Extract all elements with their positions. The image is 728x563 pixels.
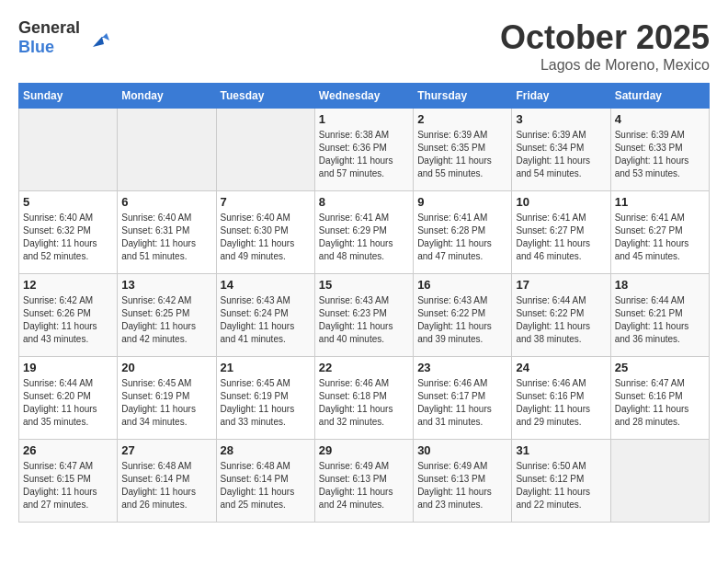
calendar-cell	[216, 109, 314, 191]
title-block: October 2025 Lagos de Moreno, Mexico	[500, 18, 710, 74]
day-number: 28	[221, 443, 311, 457]
calendar-cell: 8Sunrise: 6:41 AM Sunset: 6:29 PM Daylig…	[314, 191, 413, 274]
cell-info: Sunrise: 6:48 AM Sunset: 6:14 PM Dayligh…	[121, 460, 211, 511]
day-number: 11	[615, 195, 705, 209]
calendar-cell: 19Sunrise: 6:44 AM Sunset: 6:20 PM Dayli…	[19, 357, 118, 440]
calendar-cell: 3Sunrise: 6:39 AM Sunset: 6:34 PM Daylig…	[512, 109, 610, 191]
month-title: October 2025	[500, 18, 710, 57]
calendar-cell: 16Sunrise: 6:43 AM Sunset: 6:22 PM Dayli…	[414, 274, 512, 357]
header-day-friday: Friday	[512, 84, 610, 109]
calendar-cell: 31Sunrise: 6:50 AM Sunset: 6:12 PM Dayli…	[512, 440, 610, 523]
cell-info: Sunrise: 6:47 AM Sunset: 6:15 PM Dayligh…	[23, 460, 113, 511]
calendar-cell: 20Sunrise: 6:45 AM Sunset: 6:19 PM Dayli…	[118, 357, 216, 440]
header-day-thursday: Thursday	[414, 84, 512, 109]
calendar-cell: 1Sunrise: 6:38 AM Sunset: 6:36 PM Daylig…	[314, 109, 413, 191]
calendar-body: 1Sunrise: 6:38 AM Sunset: 6:36 PM Daylig…	[19, 109, 710, 523]
cell-info: Sunrise: 6:40 AM Sunset: 6:31 PM Dayligh…	[121, 212, 211, 263]
day-number: 31	[516, 443, 606, 457]
day-number: 18	[615, 278, 705, 292]
calendar-cell: 4Sunrise: 6:39 AM Sunset: 6:33 PM Daylig…	[610, 109, 709, 191]
day-number: 12	[23, 278, 113, 292]
day-number: 14	[221, 278, 311, 292]
calendar-cell: 6Sunrise: 6:40 AM Sunset: 6:31 PM Daylig…	[118, 191, 216, 274]
calendar-cell	[118, 109, 216, 191]
day-number: 3	[516, 112, 606, 126]
calendar-cell	[19, 109, 118, 191]
calendar-cell: 17Sunrise: 6:44 AM Sunset: 6:22 PM Dayli…	[512, 274, 610, 357]
day-number: 9	[417, 195, 507, 209]
cell-info: Sunrise: 6:42 AM Sunset: 6:26 PM Dayligh…	[23, 294, 113, 346]
calendar-header: SundayMondayTuesdayWednesdayThursdayFrid…	[19, 84, 710, 109]
cell-info: Sunrise: 6:44 AM Sunset: 6:21 PM Dayligh…	[615, 294, 705, 346]
cell-info: Sunrise: 6:42 AM Sunset: 6:25 PM Dayligh…	[121, 294, 211, 346]
location-subtitle: Lagos de Moreno, Mexico	[500, 57, 710, 74]
day-number: 29	[319, 443, 409, 457]
day-number: 21	[221, 361, 311, 374]
cell-info: Sunrise: 6:49 AM Sunset: 6:13 PM Dayligh…	[417, 460, 507, 511]
calendar-cell: 13Sunrise: 6:42 AM Sunset: 6:25 PM Dayli…	[118, 274, 216, 357]
calendar-cell: 23Sunrise: 6:46 AM Sunset: 6:17 PM Dayli…	[414, 357, 512, 440]
calendar-cell: 14Sunrise: 6:43 AM Sunset: 6:24 PM Dayli…	[216, 274, 314, 357]
day-number: 24	[516, 361, 606, 374]
calendar-cell: 10Sunrise: 6:41 AM Sunset: 6:27 PM Dayli…	[512, 191, 610, 274]
calendar-week-5: 26Sunrise: 6:47 AM Sunset: 6:15 PM Dayli…	[19, 440, 710, 523]
cell-info: Sunrise: 6:46 AM Sunset: 6:18 PM Dayligh…	[319, 377, 409, 429]
calendar-cell: 2Sunrise: 6:39 AM Sunset: 6:35 PM Daylig…	[414, 109, 512, 191]
cell-info: Sunrise: 6:38 AM Sunset: 6:36 PM Dayligh…	[319, 129, 409, 180]
cell-info: Sunrise: 6:39 AM Sunset: 6:35 PM Dayligh…	[417, 129, 507, 180]
header-day-monday: Monday	[118, 84, 216, 109]
logo-general: General	[18, 18, 80, 37]
logo-text: General Blue	[18, 18, 80, 57]
calendar-cell: 27Sunrise: 6:48 AM Sunset: 6:14 PM Dayli…	[118, 440, 216, 523]
day-number: 19	[23, 361, 113, 374]
calendar-cell: 12Sunrise: 6:42 AM Sunset: 6:26 PM Dayli…	[19, 274, 118, 357]
logo-blue: Blue	[18, 38, 54, 56]
cell-info: Sunrise: 6:46 AM Sunset: 6:16 PM Dayligh…	[516, 377, 606, 429]
calendar-cell: 5Sunrise: 6:40 AM Sunset: 6:32 PM Daylig…	[19, 191, 118, 274]
logo-icon	[84, 24, 111, 52]
calendar-week-3: 12Sunrise: 6:42 AM Sunset: 6:26 PM Dayli…	[19, 274, 710, 357]
calendar-week-2: 5Sunrise: 6:40 AM Sunset: 6:32 PM Daylig…	[19, 191, 710, 274]
calendar-cell: 24Sunrise: 6:46 AM Sunset: 6:16 PM Dayli…	[512, 357, 610, 440]
cell-info: Sunrise: 6:41 AM Sunset: 6:27 PM Dayligh…	[615, 212, 705, 263]
svg-marker-1	[93, 37, 104, 47]
header-day-tuesday: Tuesday	[216, 84, 314, 109]
cell-info: Sunrise: 6:43 AM Sunset: 6:22 PM Dayligh…	[417, 294, 507, 346]
day-number: 8	[319, 195, 409, 209]
day-number: 17	[516, 278, 606, 292]
day-number: 5	[23, 195, 113, 209]
calendar-week-1: 1Sunrise: 6:38 AM Sunset: 6:36 PM Daylig…	[19, 109, 710, 191]
calendar-cell: 7Sunrise: 6:40 AM Sunset: 6:30 PM Daylig…	[216, 191, 314, 274]
cell-info: Sunrise: 6:49 AM Sunset: 6:13 PM Dayligh…	[319, 460, 409, 511]
day-number: 2	[417, 112, 507, 126]
calendar-week-4: 19Sunrise: 6:44 AM Sunset: 6:20 PM Dayli…	[19, 357, 710, 440]
calendar-cell	[610, 440, 709, 523]
cell-info: Sunrise: 6:43 AM Sunset: 6:23 PM Dayligh…	[319, 294, 409, 346]
cell-info: Sunrise: 6:44 AM Sunset: 6:20 PM Dayligh…	[23, 377, 113, 429]
cell-info: Sunrise: 6:40 AM Sunset: 6:32 PM Dayligh…	[23, 212, 113, 263]
cell-info: Sunrise: 6:50 AM Sunset: 6:12 PM Dayligh…	[516, 460, 606, 511]
day-number: 20	[121, 361, 211, 374]
day-number: 30	[417, 443, 507, 457]
calendar-cell: 26Sunrise: 6:47 AM Sunset: 6:15 PM Dayli…	[19, 440, 118, 523]
day-number: 4	[615, 112, 705, 126]
cell-info: Sunrise: 6:40 AM Sunset: 6:30 PM Dayligh…	[221, 212, 311, 263]
cell-info: Sunrise: 6:45 AM Sunset: 6:19 PM Dayligh…	[221, 377, 311, 429]
cell-info: Sunrise: 6:48 AM Sunset: 6:14 PM Dayligh…	[221, 460, 311, 511]
header-row: SundayMondayTuesdayWednesdayThursdayFrid…	[19, 84, 710, 109]
header-day-wednesday: Wednesday	[314, 84, 413, 109]
cell-info: Sunrise: 6:44 AM Sunset: 6:22 PM Dayligh…	[516, 294, 606, 346]
cell-info: Sunrise: 6:39 AM Sunset: 6:34 PM Dayligh…	[516, 129, 606, 180]
cell-info: Sunrise: 6:43 AM Sunset: 6:24 PM Dayligh…	[221, 294, 311, 346]
calendar-cell: 28Sunrise: 6:48 AM Sunset: 6:14 PM Dayli…	[216, 440, 314, 523]
page-header: General Blue October 2025 Lagos de Moren…	[18, 18, 710, 74]
header-day-sunday: Sunday	[19, 84, 118, 109]
calendar-cell: 29Sunrise: 6:49 AM Sunset: 6:13 PM Dayli…	[314, 440, 413, 523]
cell-info: Sunrise: 6:46 AM Sunset: 6:17 PM Dayligh…	[417, 377, 507, 429]
day-number: 10	[516, 195, 606, 209]
day-number: 13	[121, 278, 211, 292]
calendar-cell: 18Sunrise: 6:44 AM Sunset: 6:21 PM Dayli…	[610, 274, 709, 357]
calendar-cell: 9Sunrise: 6:41 AM Sunset: 6:28 PM Daylig…	[414, 191, 512, 274]
day-number: 6	[121, 195, 211, 209]
calendar-table: SundayMondayTuesdayWednesdayThursdayFrid…	[18, 83, 710, 523]
